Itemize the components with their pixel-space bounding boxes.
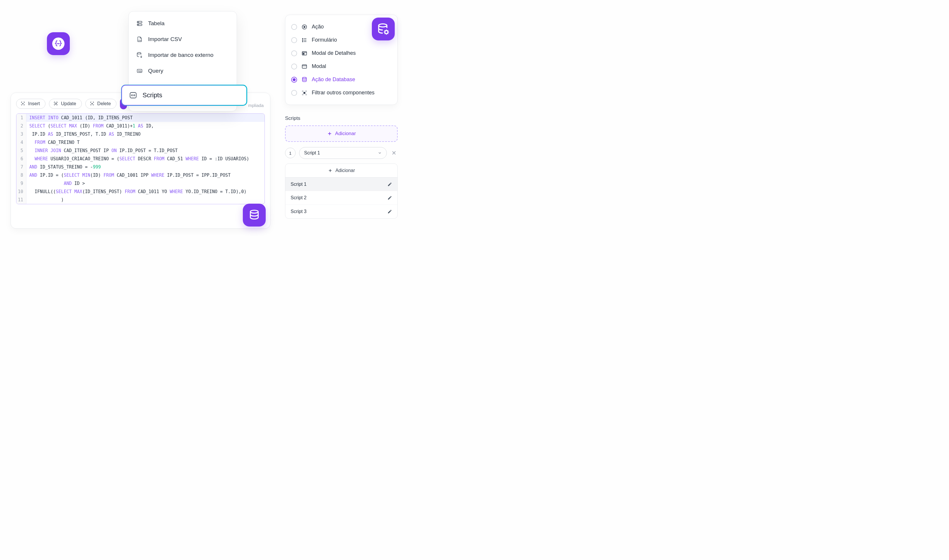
- svg-text:SQL: SQL: [138, 70, 142, 72]
- svg-point-5: [138, 25, 139, 25]
- ampliada-label: mpliada: [248, 103, 264, 108]
- list-add-row[interactable]: Adicionar: [285, 164, 397, 178]
- list-item-label: Script 3: [291, 209, 307, 214]
- svg-text:CSV: CSV: [138, 40, 142, 41]
- add-label: Adicionar: [335, 131, 356, 137]
- code-editor[interactable]: 1INSERT INTO CAD_1011 (ID, ID_ITENS_POST…: [16, 114, 265, 204]
- menu-item-query[interactable]: SQL Query: [129, 63, 237, 79]
- menu-item-db-externo[interactable]: Importar de banco externo: [129, 47, 237, 63]
- svg-point-0: [57, 43, 58, 44]
- code-badge: [47, 32, 70, 55]
- radio-indicator: [291, 51, 297, 56]
- menu-item-csv[interactable]: CSV Importar CSV: [129, 31, 237, 47]
- svg-point-18: [302, 41, 303, 42]
- radio-acao-database[interactable]: Ação de Database: [291, 73, 392, 86]
- svg-rect-24: [302, 91, 303, 91]
- radio-filtrar[interactable]: Filtrar outros componentes: [291, 86, 392, 99]
- svg-rect-21: [302, 65, 307, 68]
- radio-label: Filtrar outros componentes: [312, 90, 375, 96]
- scripts-section: Scripts Adicionar 1 Script 1 ✕ Adicionar…: [285, 115, 398, 218]
- insert-icon: [20, 101, 26, 106]
- menu-item-label: Tabela: [148, 20, 165, 27]
- scripts-title: Scripts: [285, 115, 398, 121]
- play-circle-icon: [301, 24, 308, 30]
- svg-rect-25: [306, 91, 307, 91]
- radio-label: Ação: [312, 24, 324, 30]
- modal-details-icon: [301, 51, 308, 56]
- list-item[interactable]: Script 3: [285, 205, 397, 218]
- svg-point-4: [138, 22, 139, 23]
- radio-label: Ação de Database: [312, 77, 355, 83]
- table-icon: [136, 20, 144, 27]
- scripts-dropdown: Adicionar Script 1 Script 2 Script 3: [285, 163, 398, 218]
- svg-point-7: [137, 52, 141, 54]
- menu-item-label: Importar CSV: [148, 36, 182, 43]
- database-badge-editor: [243, 204, 266, 226]
- menu-item-tabela[interactable]: Tabela: [129, 15, 237, 31]
- csv-icon: CSV: [136, 35, 144, 43]
- db-import-icon: [136, 51, 144, 59]
- select-value: Script 1: [304, 150, 320, 155]
- radio-modal[interactable]: Modal: [291, 60, 392, 73]
- radio-indicator: [291, 64, 297, 69]
- insert-button[interactable]: Insert: [16, 99, 45, 109]
- menu-item-scripts-selected[interactable]: Scripts: [122, 85, 247, 106]
- chevron-down-icon: [378, 151, 382, 155]
- update-button[interactable]: Update: [49, 99, 82, 109]
- sql-editor-panel: Insert Update Delete mpliada 1INSERT INT…: [11, 92, 270, 229]
- menu-item-label: Query: [148, 68, 164, 74]
- svg-point-29: [385, 31, 388, 34]
- radio-label: Modal de Detalhes: [312, 50, 356, 56]
- radio-indicator: [291, 90, 297, 96]
- order-chip: 1: [285, 148, 296, 158]
- menu-item-label: Scripts: [142, 91, 162, 99]
- svg-rect-20: [303, 53, 304, 54]
- form-icon: [301, 37, 308, 43]
- radio-modal-detalhes[interactable]: Modal de Detalhes: [291, 46, 392, 60]
- list-item[interactable]: Script 2: [285, 191, 397, 205]
- database-icon: [248, 209, 260, 221]
- edit-icon[interactable]: [387, 209, 392, 214]
- svg-rect-27: [306, 94, 307, 95]
- svg-point-28: [379, 24, 387, 27]
- button-label: Delete: [97, 101, 111, 106]
- button-label: Insert: [28, 101, 40, 106]
- edit-icon[interactable]: [387, 182, 392, 187]
- radio-indicator: [291, 77, 297, 83]
- edit-icon[interactable]: [387, 195, 392, 200]
- add-script-box[interactable]: Adicionar: [285, 125, 398, 142]
- list-item[interactable]: Script 1: [285, 178, 397, 191]
- svg-point-14: [250, 210, 258, 213]
- menu-item-label: Importar de banco externo: [148, 52, 213, 58]
- list-item-label: Script 1: [291, 182, 307, 187]
- button-label: Update: [61, 101, 76, 106]
- list-item-label: Script 2: [291, 195, 307, 200]
- svg-point-22: [302, 77, 306, 78]
- script-select-row: 1 Script 1 ✕: [285, 147, 398, 159]
- remove-script-button[interactable]: ✕: [390, 149, 398, 157]
- code-braces-icon: [54, 40, 62, 48]
- code-badge-inner: [52, 37, 65, 50]
- database-settings-badge: [372, 18, 395, 40]
- sql-icon: SQL: [136, 67, 144, 75]
- svg-rect-26: [302, 94, 303, 95]
- database-icon: [301, 77, 308, 83]
- code-icon: [129, 91, 137, 99]
- radio-label: Modal: [312, 63, 326, 69]
- list-add-label: Adicionar: [335, 168, 355, 173]
- delete-icon: [90, 101, 95, 106]
- plus-icon: [328, 168, 333, 173]
- update-icon: [53, 101, 59, 106]
- plus-icon: [327, 131, 332, 136]
- svg-point-17: [302, 40, 303, 40]
- script-select[interactable]: Script 1: [299, 147, 387, 159]
- radio-label: Formulário: [312, 37, 337, 43]
- filter-icon: [301, 90, 308, 96]
- svg-point-16: [302, 38, 303, 39]
- svg-rect-23: [304, 92, 305, 94]
- radio-indicator: [291, 37, 297, 43]
- delete-button[interactable]: Delete: [85, 99, 116, 109]
- svg-point-1: [59, 43, 59, 44]
- database-gear-icon: [377, 23, 389, 35]
- radio-indicator: [291, 24, 297, 30]
